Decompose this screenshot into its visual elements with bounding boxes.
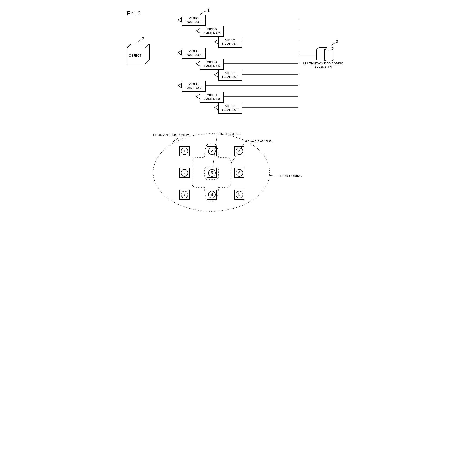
- camera-5-box: VIDEO CAMERA 5: [200, 59, 224, 70]
- grid-cam-7: 7: [179, 190, 190, 200]
- svg-rect-9: [317, 50, 325, 60]
- grid-cam-5: 5: [207, 168, 217, 178]
- svg-line-11: [325, 48, 327, 50]
- camera-3-box: VIDEO CAMERA 3: [218, 37, 242, 48]
- camera-2-box: VIDEO CAMERA 2: [200, 26, 224, 37]
- object-label: OBJECT: [129, 54, 141, 57]
- grid-cam-2: 2: [207, 146, 217, 156]
- diagram-page: Fig. 3 1: [118, 5, 346, 242]
- camera-lens-icon: [178, 83, 182, 88]
- grid-num-9: 9: [236, 191, 243, 198]
- grid-cam-4: 4: [179, 168, 190, 178]
- camera-lens-icon: [214, 105, 218, 110]
- figure-label: Fig. 3: [127, 10, 141, 17]
- camera-lens-icon: [214, 39, 218, 45]
- grid-cam-6: 6: [234, 168, 244, 178]
- camera-lens-icon: [196, 94, 200, 99]
- grid-cam-8: 8: [207, 190, 217, 200]
- camera-lens-icon: [214, 72, 218, 78]
- camera-6-box: VIDEO CAMERA 6: [218, 70, 242, 81]
- grid-cam-1: 1: [179, 146, 190, 156]
- svg-line-3: [145, 60, 149, 64]
- svg-line-1: [127, 44, 131, 48]
- camera-1-box: VIDEO CAMERA 1: [182, 15, 205, 26]
- grid-cam-9: 9: [234, 190, 244, 200]
- grid-num-1: 1: [181, 147, 188, 155]
- ref-label-2: 2: [336, 39, 338, 44]
- grid-num-8: 8: [208, 191, 216, 198]
- camera-lens-icon: [178, 17, 182, 23]
- grid-num-2: 2: [208, 147, 216, 155]
- grid-cam-3: 3: [234, 146, 244, 156]
- svg-line-27: [173, 137, 179, 142]
- third-coding-label: THIRD CODING: [278, 174, 302, 178]
- camera-lens-icon: [196, 28, 200, 34]
- first-coding-label: FIRST CODING: [218, 132, 241, 136]
- camera-lens-icon: [178, 50, 182, 56]
- svg-line-2: [145, 44, 149, 48]
- grid-num-3: 3: [236, 147, 243, 155]
- grid-num-5: 5: [208, 169, 216, 176]
- ref-label-3: 3: [142, 37, 144, 41]
- camera-lens-icon: [196, 61, 200, 67]
- camera-9-box: VIDEO CAMERA 9: [218, 103, 242, 114]
- second-coding-label: SECOND CODING: [245, 139, 273, 143]
- grid-num-6: 6: [236, 169, 243, 176]
- grid-num-4: 4: [181, 169, 188, 176]
- svg-point-6: [324, 47, 334, 50]
- anterior-view-label: FROM ANTERIOR VIEW: [153, 133, 189, 136]
- grid-num-7: 7: [181, 191, 188, 198]
- ref-label-1: 1: [207, 8, 210, 13]
- apparatus-label: MULTI-VIEW VIDEO CODING APPARATUS: [300, 62, 346, 69]
- svg-line-10: [317, 48, 319, 50]
- camera-8-box: VIDEO CAMERA 8: [200, 92, 224, 103]
- camera-7-box: VIDEO CAMERA 7: [182, 81, 205, 92]
- camera-4-box: VIDEO CAMERA 4: [182, 48, 205, 59]
